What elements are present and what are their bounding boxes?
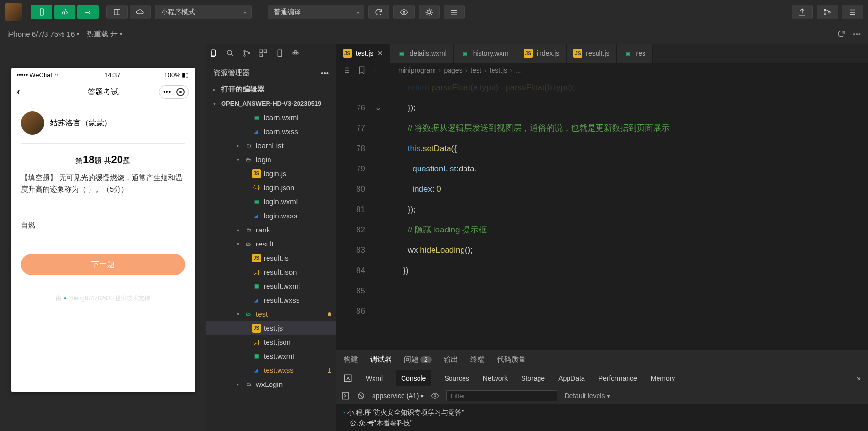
subtab-Console[interactable]: Console xyxy=(396,370,431,386)
code-editor[interactable]: 7677787980818283848586 ⌄ return parseFlo… xyxy=(336,77,868,350)
breadcrumb-miniprogram[interactable]: miniprogram xyxy=(398,66,436,74)
breadcrumb-test[interactable]: test xyxy=(470,66,481,74)
subtab-AppData[interactable]: AppData xyxy=(558,374,584,382)
compile-select[interactable]: 普通编译 xyxy=(268,5,364,19)
devtab-输出[interactable]: 输出 xyxy=(444,355,458,364)
file-login.wxss[interactable]: ◢login.wxss xyxy=(206,209,336,223)
hot-reload-toggle[interactable]: 热重载 开 xyxy=(87,30,122,39)
console-run-icon[interactable] xyxy=(341,391,350,400)
tab-details.wxml[interactable]: ▣details.wxml xyxy=(390,44,454,63)
file-login[interactable]: ▾🗁login xyxy=(206,153,336,167)
device-select[interactable]: iPhone 6/7/8 75% 16 xyxy=(7,30,79,38)
file-result.wxml[interactable]: ▣result.wxml xyxy=(206,279,336,293)
next-button[interactable]: 下一题 xyxy=(21,254,185,275)
debug-toggle-button[interactable] xyxy=(77,5,99,19)
search-icon[interactable] xyxy=(226,49,235,58)
page-title: 答题考试 xyxy=(88,87,119,97)
eye-icon[interactable] xyxy=(431,391,439,400)
nav-back-icon[interactable]: ← xyxy=(373,66,380,75)
file-test.json[interactable]: {..}test.json xyxy=(206,335,336,349)
mode-select[interactable]: 小程序模式 xyxy=(155,5,252,19)
log-levels-select[interactable]: Default levels ▾ xyxy=(564,392,610,400)
breadcrumb-pages[interactable]: pages xyxy=(444,66,462,74)
project-root[interactable]: ▾OPEN_ANSWER-HD-V3-20230519 xyxy=(206,96,336,110)
menu-dots-icon[interactable]: ••• xyxy=(163,88,171,96)
tab-index.js[interactable]: JSindex.js xyxy=(517,44,567,63)
files-icon[interactable] xyxy=(210,49,218,58)
devtab-代码质量[interactable]: 代码质量 xyxy=(497,355,526,364)
refresh-button[interactable] xyxy=(368,5,389,19)
file-test.js[interactable]: JStest.js xyxy=(206,321,336,335)
devtab-终端[interactable]: 终端 xyxy=(470,355,485,364)
svg-rect-13 xyxy=(260,54,262,57)
explorer-title: 资源管理器 xyxy=(213,68,250,77)
file-login.wxml[interactable]: ▣login.wxml xyxy=(206,195,336,209)
rotate-icon[interactable] xyxy=(837,30,846,38)
remote-debug-button[interactable] xyxy=(419,5,440,19)
details-button[interactable] xyxy=(842,5,863,19)
console-clear-icon[interactable] xyxy=(357,391,365,400)
version-button[interactable] xyxy=(817,5,838,19)
more-icon[interactable]: ••• xyxy=(853,30,861,38)
device-icon[interactable] xyxy=(275,49,284,58)
devtab-问题[interactable]: 问题2 xyxy=(404,355,432,364)
subtab-Sources[interactable]: Sources xyxy=(444,374,469,382)
subtab-Storage[interactable]: Storage xyxy=(521,374,545,382)
tab-result.js[interactable]: JSresult.js xyxy=(567,44,616,63)
file-test.wxss[interactable]: ◢test.wxss1 xyxy=(206,363,336,377)
console-filter-input[interactable] xyxy=(446,390,557,401)
subtab-Performance[interactable]: Performance xyxy=(599,374,637,382)
file-learn.wxml[interactable]: ▣learn.wxml xyxy=(206,110,336,124)
back-icon[interactable]: ‹ xyxy=(17,86,20,98)
file-result.json[interactable]: {..}result.json xyxy=(206,265,336,279)
upload-button[interactable] xyxy=(792,5,813,19)
file-test[interactable]: ▾🗁test xyxy=(206,307,336,321)
breadcrumb-...[interactable]: ... xyxy=(515,66,521,74)
opened-editors-section[interactable]: ▸打开的编辑器 xyxy=(206,82,336,96)
svg-rect-16 xyxy=(342,392,349,399)
docker-icon[interactable] xyxy=(292,49,300,58)
file-result.wxss[interactable]: ◢result.wxss xyxy=(206,293,336,307)
file-login.json[interactable]: {..}login.json xyxy=(206,181,336,195)
tab-test.js[interactable]: JStest.js✕ xyxy=(336,44,390,63)
more-tabs-icon[interactable]: » xyxy=(857,374,861,382)
list-icon[interactable] xyxy=(342,66,351,75)
preview-button[interactable] xyxy=(393,5,415,19)
editor-toggle-button[interactable]: ‹/› xyxy=(54,5,75,19)
devtab-调试器[interactable]: 调试器 xyxy=(370,355,392,364)
bookmark-icon[interactable] xyxy=(358,66,366,75)
simulator-toggle-button[interactable] xyxy=(31,5,52,19)
tab-res[interactable]: ▣res xyxy=(617,44,653,63)
context-select[interactable]: appservice (#1) ▾ xyxy=(372,392,424,400)
file-result.js[interactable]: JSresult.js xyxy=(206,251,336,265)
file-wxLogin[interactable]: ▸🗀wxLogin xyxy=(206,377,336,391)
capsule-menu[interactable]: ••• xyxy=(159,85,189,99)
breadcrumb-test.js[interactable]: test.js xyxy=(490,66,508,74)
file-test.wxml[interactable]: ▣test.wxml xyxy=(206,349,336,363)
git-icon[interactable] xyxy=(242,49,251,58)
file-learn.wxss[interactable]: ◢learn.wxss xyxy=(206,124,336,139)
subtab-Network[interactable]: Network xyxy=(483,374,508,382)
subtab-Memory[interactable]: Memory xyxy=(651,374,675,382)
file-login.js[interactable]: JSlogin.js xyxy=(206,167,336,181)
file-learnList[interactable]: ▸🗀learnList xyxy=(206,139,336,153)
capsule-close-icon[interactable] xyxy=(176,88,185,96)
editor-area: JStest.js✕▣details.wxml▣history.wxmlJSin… xyxy=(336,44,868,431)
explorer-more-icon[interactable]: ••• xyxy=(321,69,329,77)
cloud-button[interactable] xyxy=(130,5,151,19)
close-tab-icon[interactable]: ✕ xyxy=(377,49,383,57)
signal-icon: ••••• xyxy=(17,71,28,78)
subtab-Wxml[interactable]: Wxml xyxy=(366,374,383,382)
svg-point-8 xyxy=(244,50,245,52)
clear-cache-button[interactable] xyxy=(444,5,465,19)
svg-point-18 xyxy=(434,395,436,397)
console-output: › 小.程.序"防火安全知识专项学习与竞答" 公.众.号"木番薯科技" xyxy=(336,404,868,431)
inspect-icon[interactable] xyxy=(344,374,352,383)
file-result[interactable]: ▾🗁result xyxy=(206,237,336,251)
file-rank[interactable]: ▸🗀rank xyxy=(206,223,336,237)
devtab-构建[interactable]: 构建 xyxy=(344,355,358,364)
layout-button[interactable] xyxy=(106,5,128,19)
extensions-icon[interactable] xyxy=(259,49,268,58)
answer-input[interactable]: 自燃 xyxy=(21,217,185,234)
tab-history.wxml[interactable]: ▣history.wxml xyxy=(454,44,517,63)
